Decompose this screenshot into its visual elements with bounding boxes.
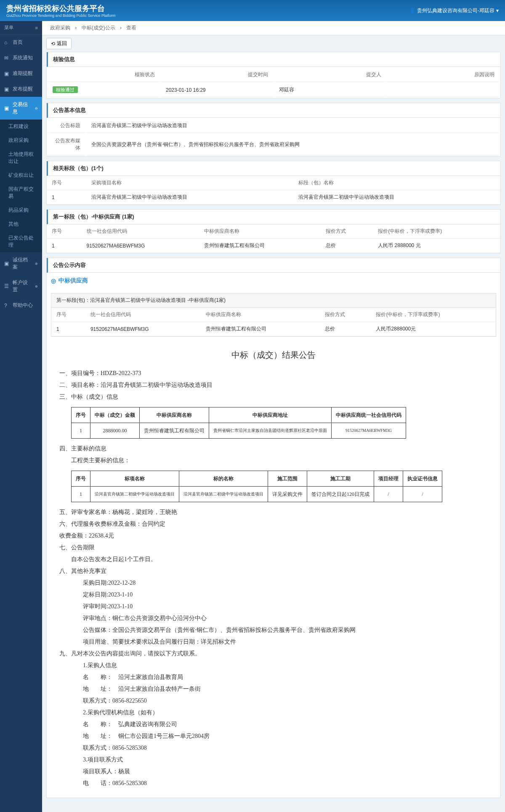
back-button[interactable]: ⟲返回	[46, 38, 72, 49]
submenu-item[interactable]: 其他	[0, 217, 42, 231]
ann-line: 项目用途、简要技术要求以及合同履行日期：详见招标文件	[59, 636, 488, 648]
sidebar-item-home[interactable]: ⌂首页	[0, 35, 42, 50]
label: 公告发布媒体	[48, 134, 85, 155]
ann-line: 2.采购代理机构信息（如有）	[59, 707, 488, 719]
bid-info-table: 序号中标（成交）金额中标供应商名称中标供应商地址中标供应商统一社会信用代码 12…	[71, 407, 406, 439]
sidebar-item-label: 系统通知	[13, 54, 33, 61]
sidebar-item-label: 交易信息	[13, 101, 32, 115]
td: 91520627MA6EBWFM3G	[85, 322, 201, 336]
user-info[interactable]: 👤 贵州弘典建设咨询有限公司-邓廷容 ▾	[409, 7, 499, 14]
submenu-item[interactable]: 土地使用权出让	[0, 147, 42, 168]
ann-line: 联系方式：0856-8225650	[59, 695, 488, 707]
ann-line: 九、凡对本次公告内容提出询问，请按以下方式联系。	[59, 648, 488, 660]
sidebar-item-label: 首页	[13, 39, 23, 46]
header: 贵州省招标投标公共服务平台 GuiZhou Province Tendering…	[0, 0, 505, 21]
sidebar-item-help[interactable]: ?帮助中心	[0, 298, 42, 313]
sidebar-item-account[interactable]: ☰帐户设置⊕	[0, 275, 42, 298]
breadcrumb-item[interactable]: 中标(成交)公示	[82, 25, 115, 31]
th: 标项名称	[90, 471, 179, 487]
ann-line: 地 址： 沿河土家族自治县农特产一条街	[59, 683, 488, 695]
verify-submitter: 邓廷容	[274, 83, 386, 97]
supplier-header: ◎中标供应商	[47, 273, 500, 289]
td: 沿河县官舟镇第二初级中学运动场改造项目	[293, 190, 500, 205]
ann-line: 评审地点：铜仁市公共资源交易中心沿河分中心	[59, 612, 488, 624]
sidebar-item-trade[interactable]: ▣交易信息⊖	[0, 97, 42, 120]
announcement-title: 中标（成交）结果公告	[59, 349, 488, 361]
chevron-down-icon: ⊖	[35, 106, 38, 110]
ann-line: 五、评审专家名单：杨梅花，梁婬玲，王晓艳	[59, 506, 488, 518]
breadcrumb-item: 查看	[126, 25, 136, 31]
td: 1	[72, 487, 90, 502]
menu-toggle-icon[interactable]: ≡	[35, 25, 38, 30]
winning-panel: 第一标段（包）-中标供应商 (1家) 序号统一社会信用代码中标供应商名称报价方式…	[46, 209, 501, 253]
sidebar-item-credit[interactable]: ▣诚信档案⊕	[0, 252, 42, 275]
th: 统一社会信用代码	[82, 224, 199, 239]
sidebar-item-notice[interactable]: ✉系统通知	[0, 50, 42, 66]
supplier-box: 第一标段(包)：沿河县官舟镇第二初级中学运动场改造项目 -中标供应商(1家) 序…	[51, 293, 496, 337]
th: 报价方式	[320, 308, 371, 322]
submenu-item[interactable]: 已发公告处理	[0, 231, 42, 252]
sidebar-item-label: 诚信档案	[13, 256, 32, 271]
chevron-icon: ⊕	[35, 285, 38, 288]
panel-header: 相关标段（包）(1个)	[47, 161, 500, 176]
announcement: 中标（成交）结果公告 一、项目编号：HDZB-2022-373 二、项目名称：沿…	[47, 341, 500, 798]
submenu-item[interactable]: 国有产权交易	[0, 182, 42, 203]
sidebar-item-label: 帮助中心	[13, 302, 33, 309]
th: 中标供应商名称	[199, 224, 321, 239]
th: 项目经理	[374, 471, 403, 487]
panel-icon: ▣	[4, 261, 10, 266]
td: /	[374, 487, 403, 502]
supplier-title: 第一标段(包)：沿河县官舟镇第二初级中学运动场改造项目 -中标供应商(1家)	[51, 293, 496, 308]
td: 1	[72, 423, 90, 439]
winning-table: 序号统一社会信用代码中标供应商名称报价方式报价(中标价，下浮率或费率) 1915…	[47, 224, 500, 253]
ann-line: 收费金额：22638.4元	[59, 530, 488, 542]
submenu-item[interactable]: 药品采购	[0, 203, 42, 217]
table-row: 191520627MA6EBWFM3G贵州恒睿建筑工程有限公司总价人民币2888…	[51, 322, 496, 336]
label: 提交时间	[161, 68, 273, 82]
value: 沿河县官舟镇第二初级中学运动场改造项目	[86, 119, 500, 133]
sidebar-item-overdue[interactable]: ▣逾期提醒	[0, 66, 42, 81]
submenu-item[interactable]: 工程建设	[0, 120, 42, 133]
breadcrumb-sep: ›	[120, 25, 122, 31]
ann-line: 公告媒体：全国公共资源交易平台（贵州省·铜仁市）、贵州省招标投标公共服务平台、贵…	[59, 624, 488, 636]
notice-panel: 公告公示内容 ◎中标供应商 第一标段(包)：沿河县官舟镇第二初级中学运动场改造项…	[46, 258, 501, 798]
ann-line: 七、公告期限	[59, 542, 488, 554]
th: 报价(中标价，下浮率或费率)	[371, 308, 496, 322]
label: 核验状态	[48, 68, 160, 82]
submenu-item[interactable]: 矿业权出让	[0, 168, 42, 182]
settings-icon: ☰	[4, 283, 10, 289]
td: 91520627MA6EBWFM3G	[82, 239, 199, 253]
supplier-header-label: 中标供应商	[58, 277, 88, 285]
th: 中标供应商地址	[209, 407, 332, 423]
ann-line: 采购日期:2022-12-28	[59, 577, 488, 589]
td: 人民币2888000元	[371, 322, 496, 336]
th: 统一社会信用代码	[85, 308, 201, 322]
label: 原因说明	[387, 68, 500, 82]
td: 总价	[320, 322, 371, 336]
subject-table: 序号标项名称标的名称施工范围施工工期项目经理执业证书信息 1沿河县官舟镇第二初级…	[71, 471, 442, 502]
ann-line: 八、其他补充事宜	[59, 565, 488, 577]
sidebar-item-label: 逾期提醒	[13, 70, 33, 77]
th: 中标供应商统一社会信用代码	[332, 407, 406, 423]
ann-line: 四、主要标的信息	[59, 443, 488, 455]
submenu-item[interactable]: 政府采购	[0, 133, 42, 147]
th: 报价方式	[321, 224, 373, 239]
header-branding: 贵州省招标投标公共服务平台 GuiZhou Province Tendering…	[6, 3, 115, 18]
verify-time: 2023-01-10 16:29	[161, 83, 273, 97]
th: 施工范围	[268, 471, 307, 487]
home-icon: ⌂	[4, 40, 10, 45]
status-badge: 核验通过	[53, 86, 78, 93]
supplier-table: 序号统一社会信用代码中标供应商名称报价方式报价(中标价，下浮率或费率) 1915…	[51, 308, 496, 336]
back-label: 返回	[57, 40, 67, 47]
th: 序号	[72, 407, 90, 423]
td: 2888000.00	[90, 423, 140, 439]
td: 沿河县官舟镇第二初级中学运动场改造项目	[86, 190, 293, 205]
panel-header: 第一标段（包）-中标供应商 (1家)	[47, 210, 500, 224]
panel-icon: ▣	[4, 105, 10, 111]
table-row: 12888000.00贵州恒睿建筑工程有限公司贵州省铜仁市沿河土家族自治县团结街…	[72, 423, 406, 439]
ann-line: 3.项目联系方式	[59, 754, 488, 766]
breadcrumb-item[interactable]: 政府采购	[50, 25, 70, 31]
sidebar-item-publish[interactable]: ▣发布提醒	[0, 81, 42, 97]
ann-line: 名 称： 弘典建设咨询有限公司	[59, 719, 488, 730]
breadcrumb-sep: ›	[75, 25, 77, 31]
